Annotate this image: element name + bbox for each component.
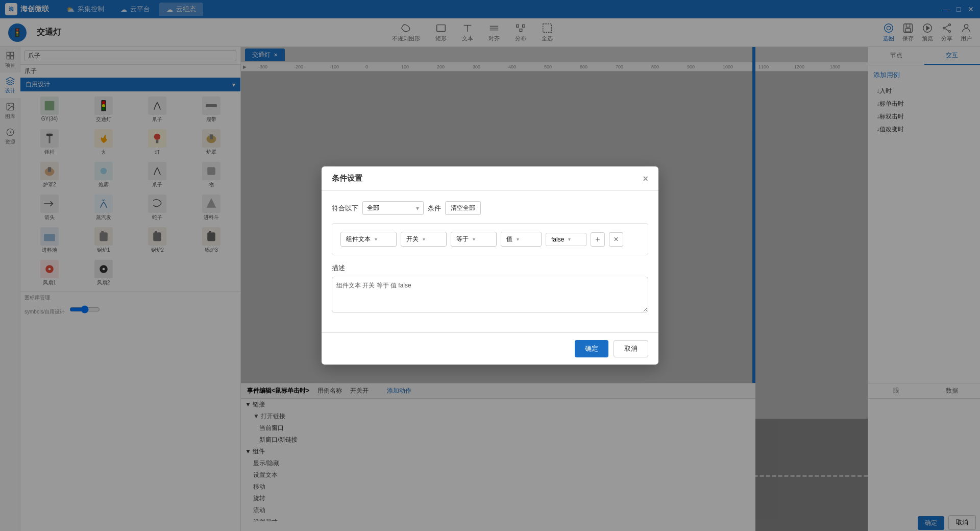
modal-footer: 确定 取消	[322, 332, 658, 365]
modal-body: 符合以下 全部 ▾ 条件 清空全部 组件文本 ▾	[322, 191, 658, 332]
op1-chevron-icon: ▾	[423, 236, 425, 242]
field-chevron-icon: ▾	[375, 236, 377, 242]
desc-textarea[interactable]: 组件文本 开关 等于 值 false	[332, 277, 648, 312]
type-chevron-icon: ▾	[517, 236, 519, 242]
modal-confirm-btn[interactable]: 确定	[575, 340, 608, 357]
condition-modal: 条件设置 × 符合以下 全部 ▾ 条件 清空全部 组件文本	[322, 166, 658, 365]
desc-label: 描述	[332, 263, 648, 273]
op2-chevron-icon: ▾	[473, 236, 475, 242]
value-chevron-icon: ▾	[568, 236, 571, 242]
modal-header: 条件设置 ×	[322, 166, 658, 191]
desc-section: 描述 组件文本 开关 等于 值 false	[332, 263, 648, 314]
match-condition-row: 符合以下 全部 ▾ 条件 清空全部	[332, 201, 648, 215]
remove-condition-btn[interactable]: ×	[609, 232, 623, 247]
filter-row-1: 组件文本 ▾ 开关 ▾ 等于 ▾ 值	[340, 232, 640, 247]
condition-text-label: 条件	[428, 204, 441, 213]
match-label: 符合以下	[332, 204, 358, 213]
filter-operator1-select[interactable]: 开关 ▾	[401, 232, 447, 247]
filter-type-select[interactable]: 值 ▾	[501, 232, 542, 247]
filter-operator2-select[interactable]: 等于 ▾	[451, 232, 497, 247]
modal-cancel-btn[interactable]: 取消	[614, 340, 648, 357]
modal-overlay: 条件设置 × 符合以下 全部 ▾ 条件 清空全部 组件文本	[0, 0, 980, 531]
filter-field-select[interactable]: 组件文本 ▾	[340, 232, 397, 247]
filter-area: 组件文本 ▾ 开关 ▾ 等于 ▾ 值	[332, 223, 648, 255]
modal-close-button[interactable]: ×	[643, 174, 648, 183]
clear-all-btn[interactable]: 清空全部	[445, 201, 481, 215]
match-select[interactable]: 全部 ▾	[362, 201, 424, 215]
match-chevron-icon: ▾	[416, 205, 419, 212]
add-condition-btn[interactable]: +	[591, 232, 605, 247]
modal-title: 条件设置	[332, 174, 362, 183]
filter-value-select[interactable]: false ▾	[546, 233, 586, 246]
